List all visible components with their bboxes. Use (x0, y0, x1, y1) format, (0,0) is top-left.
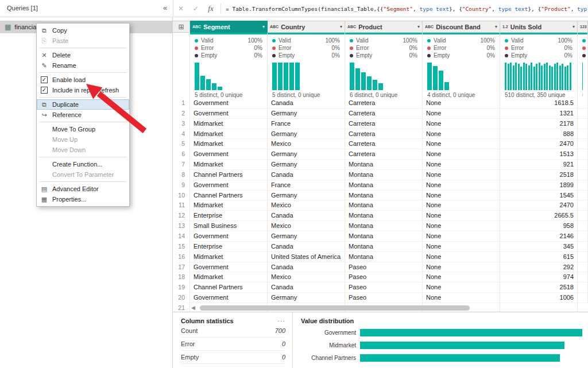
cell[interactable] (578, 200, 588, 211)
cell[interactable]: Government (190, 149, 268, 160)
row-number[interactable]: 6 (173, 149, 190, 160)
cell[interactable] (578, 109, 588, 119)
menu-item-create-function[interactable]: Create Function... (37, 159, 129, 169)
cell[interactable]: 1618.5 (500, 98, 578, 109)
row-number[interactable]: 15 (173, 242, 190, 252)
row-number[interactable]: 2 (173, 109, 190, 119)
cell[interactable]: Montana (345, 170, 423, 180)
row-number[interactable]: 7 (173, 160, 190, 170)
cell[interactable]: 974 (500, 272, 578, 282)
filter-dropdown-icon[interactable]: ▾ (340, 24, 342, 29)
cell[interactable]: Germany (268, 160, 345, 170)
cell[interactable] (578, 129, 588, 140)
cell[interactable]: Montana (345, 160, 423, 170)
cell[interactable]: Mexico (268, 139, 345, 149)
cell[interactable]: None (423, 170, 500, 180)
cell[interactable]: Montana (345, 231, 423, 242)
cell[interactable]: Canada (268, 282, 345, 293)
cell[interactable]: Germany (268, 129, 345, 140)
cell[interactable]: 958 (500, 221, 578, 231)
cell[interactable]: 292 (500, 262, 578, 273)
cell[interactable]: Montana (345, 200, 423, 211)
cell[interactable]: Carretera (345, 119, 423, 129)
cell[interactable]: None (423, 231, 500, 242)
commit-formula-icon[interactable]: ✓ (188, 5, 203, 13)
row-number[interactable]: 4 (173, 129, 190, 140)
collapse-panel-icon[interactable]: « (163, 3, 167, 12)
cell[interactable]: Germany (268, 109, 345, 119)
cell[interactable]: None (423, 221, 500, 231)
cell[interactable]: Canada (268, 262, 345, 273)
cell[interactable]: Canada (268, 242, 345, 252)
row-number[interactable]: 20 (173, 293, 190, 303)
cell[interactable]: Government (190, 109, 268, 119)
cell[interactable]: Carretera (345, 149, 423, 160)
select-all-corner[interactable]: ⊞ (173, 21, 190, 33)
column-header-segment[interactable]: ABCSegment▾ (190, 21, 268, 33)
cell[interactable]: 888 (500, 129, 578, 140)
menu-item-delete[interactable]: ✕Delete (37, 50, 129, 60)
column-header-partial[interactable]: 123 (578, 21, 588, 33)
cell[interactable]: Government (190, 293, 268, 303)
column-header-product[interactable]: ABCProduct▾ (345, 21, 423, 33)
cell[interactable] (578, 221, 588, 231)
cell[interactable] (578, 191, 588, 201)
cell[interactable]: Carretera (345, 139, 423, 149)
cell[interactable]: Channel Partners (190, 282, 268, 293)
cell[interactable] (578, 231, 588, 242)
row-number[interactable]: 18 (173, 272, 190, 282)
cell[interactable]: Government (190, 180, 268, 191)
cell[interactable]: United States of America (268, 252, 345, 262)
menu-item-properties[interactable]: ▦Properties... (37, 194, 129, 204)
menu-item-move-to-group[interactable]: Move To Group (37, 124, 129, 134)
row-number[interactable]: 14 (173, 231, 190, 242)
cell[interactable]: None (423, 262, 500, 273)
row-number[interactable]: 13 (173, 221, 190, 231)
row-number[interactable]: 1 (173, 98, 190, 109)
menu-item-reference[interactable]: ↪Reference (37, 110, 129, 120)
menu-item-include-in-report-refresh[interactable]: ✓Include in report refresh (37, 85, 129, 95)
row-number[interactable]: 3 (173, 119, 190, 129)
filter-dropdown-icon[interactable]: ▾ (572, 24, 575, 29)
filter-dropdown-icon[interactable]: ▾ (262, 24, 265, 29)
cell[interactable]: Carretera (345, 98, 423, 109)
cell[interactable] (578, 98, 588, 109)
cell[interactable]: 1321 (500, 109, 578, 119)
cell[interactable] (578, 149, 588, 160)
cell[interactable]: Montana (345, 252, 423, 262)
column-header-discount-band[interactable]: ABCDiscount Band▾ (423, 21, 500, 33)
cell[interactable]: Germany (268, 149, 345, 160)
cell[interactable] (578, 139, 588, 149)
cell[interactable]: Midmarket (190, 200, 268, 211)
cell[interactable]: 2146 (500, 231, 578, 242)
row-number[interactable]: 5 (173, 139, 190, 149)
column-header-country[interactable]: ABCCountry▾ (268, 21, 345, 33)
scroll-left-icon[interactable]: ◀ (191, 305, 195, 311)
checkbox-checked-icon[interactable]: ✓ (41, 76, 48, 83)
cell[interactable]: France (268, 180, 345, 191)
cell[interactable]: 2470 (500, 139, 578, 149)
cell[interactable] (578, 252, 588, 262)
cell[interactable]: Midmarket (190, 139, 268, 149)
cell[interactable]: 2518 (500, 282, 578, 293)
cell[interactable]: Mexico (268, 200, 345, 211)
scrollbar-thumb[interactable] (200, 305, 470, 311)
row-number[interactable]: 16 (173, 252, 190, 262)
cell[interactable]: Paseo (345, 293, 423, 303)
cell[interactable]: None (423, 211, 500, 221)
cell[interactable]: Midmarket (190, 129, 268, 140)
cell[interactable]: Enterprise (190, 211, 268, 221)
row-number[interactable]: 11 (173, 200, 190, 211)
cell[interactable]: Government (190, 231, 268, 242)
cell[interactable]: Channel Partners (190, 170, 268, 180)
distribution-bar[interactable] (360, 329, 582, 336)
row-number[interactable]: 21 (173, 303, 190, 312)
cell[interactable]: 921 (500, 160, 578, 170)
row-number[interactable]: 19 (173, 282, 190, 293)
cell[interactable] (578, 293, 588, 303)
cell[interactable]: None (423, 252, 500, 262)
cell[interactable]: Enterprise (190, 242, 268, 252)
cell[interactable]: None (423, 109, 500, 119)
cell[interactable]: None (423, 272, 500, 282)
checkbox-checked-icon[interactable]: ✓ (41, 87, 48, 94)
